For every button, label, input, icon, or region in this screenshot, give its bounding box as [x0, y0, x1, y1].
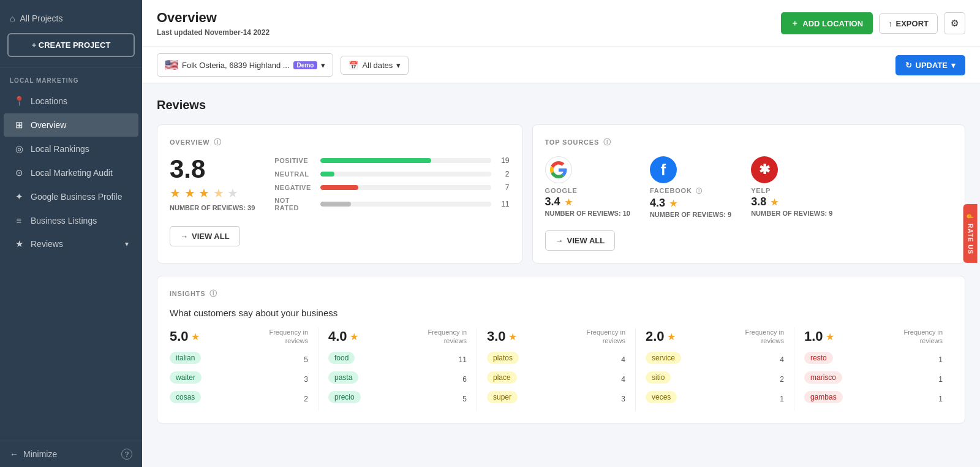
tag-pasta-freq: 6 — [462, 375, 467, 384]
insights-grid: 5.0 ★ Frequency inreviews italian 5 wait… — [170, 328, 952, 411]
facebook-info-icon[interactable]: ⓘ — [696, 188, 703, 194]
demo-badge: Demo — [293, 61, 318, 69]
col-1-header: 1.0 ★ Frequency inreviews — [804, 328, 943, 346]
sidebar-item-business-listings[interactable]: ≡ Business Listings — [4, 209, 138, 232]
content-area: Reviews OVERVIEW ⓘ 3.8 ★ ★ ★ ★ — [142, 83, 980, 467]
neutral-count: 2 — [497, 170, 510, 178]
all-projects-link[interactable]: ⌂ All Projects — [7, 10, 135, 27]
tag-marisco-label: marisco — [804, 371, 842, 384]
notrated-track — [320, 202, 491, 207]
date-filter-button[interactable]: 📅 All dates ▾ — [341, 56, 409, 75]
neutral-track — [320, 172, 491, 177]
sources-view-all-label: VIEW ALL — [567, 236, 605, 245]
rate-us-label: RATE US — [967, 224, 973, 254]
refresh-icon: ↻ — [905, 61, 912, 70]
chevron-date-icon: ▾ — [396, 61, 401, 70]
header-left: Overview Last updated November-14 2022 — [157, 10, 270, 37]
tag-super: super 3 — [487, 391, 625, 407]
insights-card: INSIGHTS ⓘ What customers say about your… — [157, 276, 965, 423]
sidebar-item-locations[interactable]: 📍 Locations — [4, 89, 138, 113]
col-5-star: ★ — [191, 331, 200, 343]
overall-rating: 3.8 — [170, 156, 255, 182]
source-yelp: ✱ YELP 3.8 ★ NUMBER OF REVIEWS: 9 — [751, 156, 832, 217]
tag-place-label: place — [487, 371, 517, 384]
star-1: ★ — [170, 186, 181, 200]
yelp-logo: ✱ — [751, 156, 778, 183]
tag-marisco: marisco 1 — [804, 371, 943, 387]
tag-cosas-label: cosas — [170, 391, 201, 403]
sidebar-item-google-business-profile[interactable]: ✦ Google Business Profile — [4, 185, 138, 208]
neutral-bar-row: NEUTRAL 2 — [274, 170, 509, 178]
create-project-button[interactable]: + CREATE PROJECT — [7, 33, 135, 57]
yelp-icon: ✱ — [759, 162, 770, 178]
col-4-freq-header: Frequency inreviews — [428, 328, 467, 346]
tag-gambas-label: gambas — [804, 391, 843, 403]
update-button[interactable]: ↻ UPDATE ▾ — [895, 55, 965, 75]
export-button[interactable]: ↑ EXPORT — [879, 13, 938, 34]
sources-view-all-button[interactable]: → VIEW ALL — [545, 230, 616, 251]
star-2: ★ — [184, 186, 195, 200]
sidebar-item-reviews[interactable]: ★ Reviews ▾ — [4, 232, 138, 256]
settings-button[interactable]: ⚙ — [944, 12, 965, 34]
tag-sitio: sitio 2 — [646, 371, 784, 387]
arrow-right-icon-2: → — [556, 236, 564, 245]
overview-card: OVERVIEW ⓘ 3.8 ★ ★ ★ ★ ★ NUMBER OF REVIE… — [157, 124, 522, 264]
col-3-star: ★ — [508, 331, 517, 343]
export-label: EXPORT — [896, 19, 929, 28]
source-facebook: f FACEBOOK ⓘ 4.3 ★ NUMBER OF REVIEWS: 9 — [650, 156, 731, 218]
tag-precio-label: precio — [328, 391, 361, 403]
tag-sitio-label: sitio — [646, 371, 671, 384]
top-sources-info-icon[interactable]: ⓘ — [603, 138, 611, 146]
negative-count: 7 — [497, 183, 510, 192]
top-sources-card: TOP SOURCES ⓘ — [532, 124, 965, 264]
google-num-reviews: NUMBER OF REVIEWS: 10 — [545, 210, 630, 217]
notrated-count: 11 — [497, 200, 510, 208]
location-filter-label: Folk Osteria, 6839 Highland ... — [182, 61, 290, 70]
plus-icon: ＋ — [791, 18, 799, 29]
tag-resto-freq: 1 — [938, 355, 943, 364]
yelp-rating: 3.8 ★ — [751, 196, 778, 208]
tag-veces-freq: 1 — [780, 395, 784, 403]
tag-precio: precio 5 — [328, 391, 467, 407]
overview-info-icon[interactable]: ⓘ — [214, 138, 222, 146]
star-5: ★ — [227, 186, 238, 200]
tag-cosas-freq: 2 — [304, 395, 308, 403]
insights-col-3: 3.0 ★ Frequency inreviews platos 4 place… — [477, 328, 636, 411]
google-star: ★ — [565, 197, 573, 207]
sources-grid: GOOGLE 3.4 ★ NUMBER OF REVIEWS: 10 f FAC… — [545, 156, 952, 218]
insights-info-icon[interactable]: ⓘ — [209, 289, 217, 298]
overview-view-all-button[interactable]: → VIEW ALL — [170, 226, 240, 246]
listings-icon: ≡ — [13, 215, 24, 226]
insights-label: INSIGHTS ⓘ — [170, 289, 952, 299]
neutral-label: NEUTRAL — [274, 170, 314, 178]
col-3-header: 3.0 ★ Frequency inreviews — [487, 328, 625, 346]
sidebar-minimize[interactable]: ← Minimize ? — [0, 441, 142, 467]
tag-service-label: service — [646, 352, 681, 364]
num-reviews: NUMBER OF REVIEWS: 39 — [170, 204, 255, 211]
sidebar-item-local-marketing-audit[interactable]: ⊙ Local Marketing Audit — [4, 161, 138, 184]
sidebar-item-overview[interactable]: ⊞ Overview — [4, 113, 138, 137]
tag-super-freq: 3 — [621, 395, 625, 403]
bars-block: POSITIVE 19 NEUTRAL 2 — [274, 156, 509, 216]
chevron-update-icon: ▾ — [951, 61, 956, 70]
help-icon[interactable]: ? — [121, 449, 132, 460]
rating-stars: ★ ★ ★ ★ ★ — [170, 186, 255, 200]
view-all-label: VIEW ALL — [192, 232, 230, 241]
overview-icon: ⊞ — [13, 120, 24, 131]
rate-us-tab[interactable]: ☝ RATE US — [963, 204, 977, 263]
google-logo — [545, 156, 572, 183]
tag-gambas-freq: 1 — [938, 395, 943, 403]
source-google: GOOGLE 3.4 ★ NUMBER OF REVIEWS: 10 — [545, 156, 630, 217]
chevron-location-icon: ▾ — [321, 61, 325, 70]
col-1-star: ★ — [826, 331, 834, 343]
sidebar-label-overview: Overview — [31, 120, 66, 130]
update-label: UPDATE — [916, 61, 948, 70]
tag-service-freq: 4 — [780, 355, 784, 364]
tag-waiter-label: waiter — [170, 371, 202, 384]
location-filter-button[interactable]: 🇺🇸 Folk Osteria, 6839 Highland ... Demo … — [157, 53, 333, 77]
add-location-button[interactable]: ＋ ADD LOCATION — [781, 12, 873, 34]
sidebar-section-label: LOCAL MARKETING — [0, 67, 142, 89]
col-3-freq-header: Frequency inreviews — [586, 328, 625, 346]
sidebar-item-local-rankings[interactable]: ◎ Local Rankings — [4, 137, 138, 161]
tag-platos-freq: 4 — [621, 355, 625, 364]
